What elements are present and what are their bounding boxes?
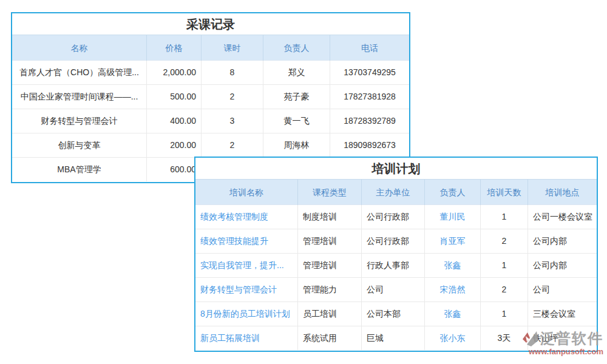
cell: 18909892673 <box>330 133 409 157</box>
cell: MBA管理学 <box>12 158 147 181</box>
table-row: 实现自我管理，提升...管理培训行政人事部张鑫1公司内部 <box>195 254 597 278</box>
training-plan-title: 培训计划 <box>195 158 597 180</box>
cell: 公司 <box>528 278 597 302</box>
cell-link[interactable]: 张小东 <box>425 326 481 350</box>
column-header: 价格 <box>147 35 202 61</box>
cell: 1 <box>481 205 528 229</box>
cell-link[interactable]: 董川民 <box>425 205 481 229</box>
cell: 400.00 <box>147 109 202 133</box>
table-row: 绩效管理技能提升管理培训公司行政部肖亚军2公司内部 <box>195 229 597 254</box>
cell-link[interactable]: 肖亚军 <box>425 229 481 253</box>
cell: 铁山坪 <box>528 326 597 350</box>
cell: 公司内部 <box>528 254 597 277</box>
cell: 系统试用 <box>298 326 362 350</box>
cell: 财务转型与管理会计 <box>12 109 147 133</box>
cell: 创新与变革 <box>12 133 147 157</box>
cell: 2 <box>481 229 528 253</box>
cell: 2,000.00 <box>147 61 202 84</box>
cell: 17827381928 <box>330 85 409 109</box>
cell-link[interactable]: 8月份新的员工培训计划 <box>195 302 298 326</box>
cell: 周海林 <box>263 133 330 157</box>
cell: 公司行政部 <box>362 229 425 253</box>
table-row: 中国企业家管理时间课程——...500.002苑子豪17827381928 <box>12 85 409 109</box>
cell-link[interactable]: 张鑫 <box>425 302 481 326</box>
column-header: 负责人 <box>425 180 481 205</box>
cell: 三楼会议室 <box>528 302 597 326</box>
column-header: 课时 <box>202 35 263 61</box>
purchase-records-header-row: 名称价格课时负责人电话 <box>12 35 409 61</box>
cell: 首席人才官（CHO）高级管理... <box>12 61 147 84</box>
table-row: 新员工拓展培训系统试用巨城张小东3天铁山坪 <box>195 326 597 351</box>
cell: 公司一楼会议室 <box>528 205 597 229</box>
column-header: 名称 <box>12 35 147 61</box>
cell: 1 <box>481 302 528 326</box>
cell: 中国企业家管理时间课程——... <box>12 85 147 109</box>
training-plan-body: 绩效考核管理制度制度培训公司行政部董川民1公司一楼会议室绩效管理技能提升管理培训… <box>195 205 597 351</box>
column-header: 负责人 <box>263 35 330 61</box>
column-header: 电话 <box>330 35 409 61</box>
cell: 管理培训 <box>298 229 362 253</box>
table-row: 8月份新的员工培训计划员工培训公司本部张鑫1三楼会议室 <box>195 302 597 326</box>
cell: 2 <box>202 85 263 109</box>
table-row: 财务转型与管理会计400.003黄一飞18728392789 <box>12 109 409 133</box>
column-header: 课程类型 <box>298 180 362 205</box>
cell-link[interactable]: 宋浩然 <box>425 278 481 302</box>
cell-link[interactable]: 实现自我管理，提升... <box>195 254 298 277</box>
cell: 3 <box>202 109 263 133</box>
cell: 巨城 <box>362 326 425 350</box>
purchase-records-title: 采课记录 <box>12 13 409 35</box>
cell: 18728392789 <box>330 109 409 133</box>
cell-link[interactable]: 绩效管理技能提升 <box>195 229 298 253</box>
cell: 2 <box>202 133 263 157</box>
cell: 13703749295 <box>330 61 409 84</box>
cell: 苑子豪 <box>263 85 330 109</box>
cell: 管理能力 <box>298 278 362 302</box>
cell: 黄一飞 <box>263 109 330 133</box>
cell: 公司行政部 <box>362 205 425 229</box>
cell-link[interactable]: 财务转型与管理会计 <box>195 278 298 302</box>
cell: 制度培训 <box>298 205 362 229</box>
cell: 3天 <box>481 326 528 350</box>
cell-link[interactable]: 张鑫 <box>425 254 481 277</box>
training-plan-table: 培训计划 培训名称课程类型主办单位负责人培训天数培训地点 绩效考核管理制度制度培… <box>194 157 598 352</box>
cell: 8 <box>202 61 263 84</box>
cell: 行政人事部 <box>362 254 425 277</box>
cell: 公司内部 <box>528 229 597 253</box>
cell: 管理培训 <box>298 254 362 277</box>
column-header: 培训天数 <box>481 180 528 205</box>
cell: 500.00 <box>147 85 202 109</box>
cell: 2 <box>481 278 528 302</box>
table-row: 首席人才官（CHO）高级管理...2,000.008郑义13703749295 <box>12 61 409 85</box>
column-header: 培训地点 <box>528 180 597 205</box>
column-header: 主办单位 <box>362 180 425 205</box>
cell: 郑义 <box>263 61 330 84</box>
cell: 公司 <box>362 278 425 302</box>
table-row: 财务转型与管理会计管理能力公司宋浩然2公司 <box>195 278 597 302</box>
cell: 600.00 <box>147 158 202 181</box>
cell-link[interactable]: 新员工拓展培训 <box>195 326 298 350</box>
cell: 公司本部 <box>362 302 425 326</box>
table-row: 创新与变革200.002周海林18909892673 <box>12 133 409 158</box>
training-plan-header-row: 培训名称课程类型主办单位负责人培训天数培训地点 <box>195 180 597 205</box>
column-header: 培训名称 <box>195 180 298 205</box>
cell: 1 <box>481 254 528 277</box>
cell: 员工培训 <box>298 302 362 326</box>
cell: 200.00 <box>147 133 202 157</box>
cell-link[interactable]: 绩效考核管理制度 <box>195 205 298 229</box>
table-row: 绩效考核管理制度制度培训公司行政部董川民1公司一楼会议室 <box>195 205 597 229</box>
